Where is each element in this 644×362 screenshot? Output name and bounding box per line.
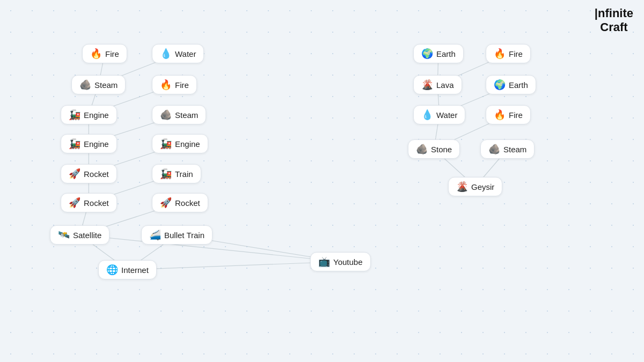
svg-line-14 [127,262,340,270]
node-label-fire1: Fire [105,49,119,58]
node-emoji-train1: 🚂 [160,168,172,180]
node-emoji-steam1: 🪨 [79,79,91,91]
craft-node-rocket3[interactable]: 🚀Rocket [152,193,208,212]
node-label-fire2: Fire [175,80,189,90]
craft-node-steam2[interactable]: 🪨Steam [152,105,206,124]
craft-node-internet1[interactable]: 🌐Internet [98,260,157,279]
logo-line2: Craft [595,20,633,34]
node-label-geysir1: Geysir [471,182,494,191]
node-label-rocket2: Rocket [84,198,109,208]
node-label-satellite1: Satellite [73,231,101,240]
node-label-train1: Train [175,169,193,179]
logo: |nfinite Craft [595,6,633,35]
node-emoji-engine2: 🚂 [69,138,80,150]
node-label-internet1: Internet [121,265,149,275]
node-label-earth2: Earth [509,80,528,90]
craft-node-water2[interactable]: 💧Water [413,105,465,124]
node-emoji-water2: 💧 [421,109,433,121]
craft-node-rocket2[interactable]: 🚀Rocket [61,193,117,212]
node-label-engine3: Engine [175,139,200,149]
craft-node-earth1[interactable]: 🌍Earth [413,44,464,63]
node-label-steam3: Steam [503,145,526,154]
node-label-engine2: Engine [84,139,109,149]
node-emoji-stone1: 🪨 [416,143,428,155]
node-emoji-fire2: 🔥 [160,79,172,91]
node-emoji-youtube1: 📺 [318,256,330,268]
craft-node-fire4[interactable]: 🔥Fire [486,105,531,124]
node-emoji-steam3: 🪨 [488,143,500,155]
craft-node-bullettrain1[interactable]: 🚄Bullet Train [141,225,213,245]
craft-node-earth2[interactable]: 🌍Earth [486,75,536,94]
node-emoji-satellite1: 🛰️ [58,229,70,241]
craft-node-steam3[interactable]: 🪨Steam [480,139,535,159]
node-emoji-engine3: 🚂 [160,138,172,150]
node-emoji-lava1: 🌋 [421,79,433,91]
craft-node-steam1[interactable]: 🪨Steam [71,75,126,94]
node-label-rocket1: Rocket [84,169,109,179]
node-emoji-fire4: 🔥 [494,109,506,121]
craft-node-fire3[interactable]: 🔥Fire [486,44,531,63]
craft-node-youtube1[interactable]: 📺Youtube [310,252,371,271]
node-emoji-geysir1: 🌋 [456,181,468,193]
craft-node-engine3[interactable]: 🚂Engine [152,134,208,153]
node-label-engine1: Engine [84,110,109,120]
craft-node-fire1[interactable]: 🔥Fire [82,44,127,63]
node-label-bullettrain1: Bullet Train [164,231,204,240]
node-label-fire4: Fire [509,110,523,120]
node-label-earth1: Earth [436,49,456,58]
node-label-water2: Water [436,110,457,120]
node-emoji-fire1: 🔥 [90,48,102,60]
node-emoji-steam2: 🪨 [160,109,172,121]
craft-node-fire2[interactable]: 🔥Fire [152,75,197,94]
node-emoji-fire3: 🔥 [494,48,506,60]
node-label-rocket3: Rocket [175,198,200,208]
node-emoji-bullettrain1: 🚄 [149,229,161,241]
node-emoji-engine1: 🚂 [69,109,80,121]
craft-node-geysir1[interactable]: 🌋Geysir [448,177,502,196]
node-emoji-rocket2: 🚀 [69,197,80,209]
craft-node-water1[interactable]: 💧Water [152,44,204,63]
node-label-stone1: Stone [431,145,452,154]
node-emoji-rocket3: 🚀 [160,197,172,209]
craft-node-satellite1[interactable]: 🛰️Satellite [50,225,109,245]
craft-node-rocket1[interactable]: 🚀Rocket [61,164,117,183]
node-emoji-internet1: 🌐 [106,264,118,276]
craft-node-lava1[interactable]: 🌋Lava [413,75,462,94]
node-emoji-water1: 💧 [160,48,172,60]
node-label-youtube1: Youtube [333,257,363,267]
node-emoji-earth2: 🌍 [494,79,506,91]
craft-node-engine2[interactable]: 🚂Engine [61,134,117,153]
logo-line1: |nfinite [595,6,633,20]
node-label-fire3: Fire [509,49,523,58]
craft-node-engine1[interactable]: 🚂Engine [61,105,117,124]
node-emoji-earth1: 🌍 [421,48,433,60]
craft-node-train1[interactable]: 🚂Train [152,164,201,183]
node-label-lava1: Lava [436,80,454,90]
node-label-water1: Water [175,49,196,58]
node-emoji-rocket1: 🚀 [69,168,80,180]
node-label-steam1: Steam [94,80,118,90]
craft-node-stone1[interactable]: 🪨Stone [408,139,460,159]
node-label-steam2: Steam [175,110,198,120]
